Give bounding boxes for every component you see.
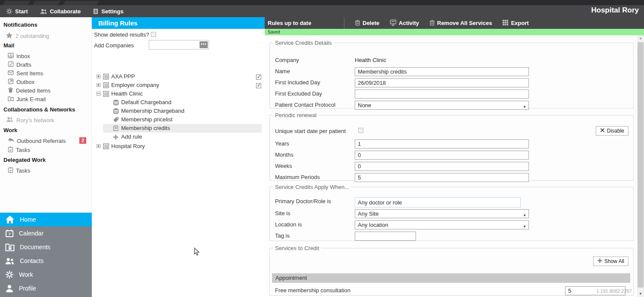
- scroll-up-arrow-icon[interactable]: ▲: [637, 35, 644, 41]
- company-icon: [103, 82, 109, 90]
- tree-row-employer-company[interactable]: Employer company: [92, 81, 265, 90]
- outbox-icon: [8, 78, 14, 86]
- export-label: Export: [511, 20, 528, 26]
- sidebar-item-outbound-referrals[interactable]: Outbound Referrals: [8, 137, 66, 144]
- sidebar-item-junk-email[interactable]: Junk E-mail: [8, 96, 46, 103]
- add-companies-label: Add Companies: [94, 42, 134, 49]
- apply-when-section: Service Credits Apply When... Primary Do…: [269, 184, 634, 241]
- first-excluded-day-input[interactable]: [355, 90, 529, 99]
- expand-icon[interactable]: [97, 74, 100, 78]
- sidebar-item-sent-items[interactable]: Sent Items: [8, 70, 43, 77]
- nav-item-profile[interactable]: Profile: [0, 282, 92, 295]
- application-window: Start Collaborate Settings Hospital Rory: [0, 0, 644, 297]
- site-select[interactable]: Any Site: [355, 209, 529, 218]
- years-input[interactable]: [355, 139, 529, 148]
- years-label: Years: [275, 140, 289, 147]
- show-deleted-checkbox[interactable]: [151, 32, 156, 37]
- home-icon: [5, 215, 15, 224]
- sidebar-item-work-tasks[interactable]: Tasks: [8, 146, 30, 154]
- selected-option: None: [358, 102, 371, 108]
- settings-button[interactable]: Settings: [87, 5, 129, 17]
- nav-item-calendar[interactable]: 7 Calendar: [0, 226, 92, 240]
- tree-row-hospital-rory[interactable]: Hospital Rory: [92, 142, 265, 151]
- location-is-label: Location is: [275, 221, 302, 228]
- tree-node-label: Add rule: [121, 133, 142, 140]
- nav-item-label: Contacts: [20, 257, 44, 264]
- network-people-icon: [6, 116, 14, 124]
- sidebar-item-outstanding[interactable]: 2 outstanding: [6, 32, 49, 40]
- profile-person-icon: [5, 284, 14, 293]
- collaborate-label: Collaborate: [50, 8, 81, 15]
- delegated-work-header: Delegated Work: [3, 157, 46, 163]
- first-included-day-input[interactable]: [355, 78, 529, 87]
- sidebar-item-drafts[interactable]: Drafts: [8, 61, 31, 68]
- sidebar-item-delegated-tasks[interactable]: Tasks: [8, 167, 30, 174]
- company-checkbox[interactable]: [256, 83, 261, 88]
- gear-icon: [6, 8, 13, 15]
- primary-doctor-role-label: Primary Doctor/Role is: [275, 198, 331, 204]
- tag-input[interactable]: [355, 232, 416, 241]
- scrollbar-thumb[interactable]: [638, 42, 644, 288]
- tag-is-label: Tag is: [275, 232, 290, 239]
- chrome-tab[interactable]: [3, 1, 30, 5]
- chrome-tab[interactable]: [63, 1, 99, 5]
- company-checkbox[interactable]: [256, 74, 261, 80]
- name-input[interactable]: [355, 67, 529, 76]
- remove-all-services-button[interactable]: Remove All Services: [424, 17, 497, 29]
- export-button[interactable]: Export: [497, 17, 534, 29]
- collapse-icon[interactable]: [97, 92, 100, 96]
- disable-button[interactable]: Disable: [596, 126, 628, 136]
- nav-item-label: Calendar: [19, 230, 44, 237]
- months-input[interactable]: [355, 151, 529, 160]
- add-companies-input[interactable]: •••: [149, 40, 209, 50]
- nav-item-label: Work: [19, 271, 33, 278]
- primary-doctor-role-input[interactable]: [355, 197, 521, 207]
- location-select[interactable]: Any location: [355, 220, 529, 229]
- patient-contact-protocol-select[interactable]: None: [355, 101, 529, 110]
- scroll-down-arrow-icon[interactable]: ▼: [637, 291, 644, 297]
- expand-icon[interactable]: [97, 144, 100, 148]
- weeks-input[interactable]: [355, 162, 529, 171]
- section-legend: Services to Credit: [273, 245, 321, 251]
- collaborate-button[interactable]: Collaborate: [34, 5, 87, 17]
- expand-icon[interactable]: [97, 83, 100, 87]
- site-is-label: Site is: [275, 210, 290, 217]
- tree-row-membership-credits[interactable]: Membership credits: [92, 124, 265, 133]
- tree-row-membership-pricelist[interactable]: Membership pricelist: [92, 115, 265, 124]
- tree-row-axa-ppp[interactable]: AXA PPP: [92, 72, 265, 81]
- start-button[interactable]: Start: [0, 5, 34, 17]
- nav-item-contacts[interactable]: Contacts: [0, 254, 92, 268]
- show-all-button[interactable]: Show All: [593, 257, 628, 266]
- section-legend: Service Credits Apply When...: [273, 184, 351, 190]
- documents-folder-icon: [5, 243, 15, 251]
- sidebar-item-label: Inbox: [16, 53, 30, 59]
- sidebar-item-inbox[interactable]: Inbox: [8, 53, 30, 60]
- tree-row-membership-chargeband[interactable]: Membership Chargeband: [92, 107, 265, 115]
- trash-icon: [355, 19, 360, 27]
- ellipsis-button[interactable]: •••: [200, 41, 208, 48]
- nav-item-work[interactable]: Work: [0, 268, 92, 282]
- service-credits-details-section: Service Credits Details Company Health C…: [269, 40, 634, 108]
- page-title: Hospital Rory: [591, 6, 639, 15]
- tree-row-add-rule[interactable]: Add rule: [92, 133, 265, 141]
- nav-item-home[interactable]: Home: [0, 213, 92, 226]
- sidebar-item-rorys-network[interactable]: Rory's Network: [6, 116, 54, 124]
- remove-all-services-label: Remove All Services: [437, 20, 492, 26]
- nav-item-documents[interactable]: Documents: [0, 240, 92, 254]
- vertical-scrollbar[interactable]: ▲ ▼: [637, 35, 644, 297]
- notifications-header: Notifications: [3, 22, 38, 28]
- tree-row-default-chargeband[interactable]: Default Chargeband: [92, 98, 265, 107]
- inbox-icon: [8, 53, 14, 60]
- tree-row-health-clinic[interactable]: Health Clinic: [92, 90, 265, 98]
- sidebar-item-deleted-items[interactable]: Deleted Items: [8, 87, 50, 94]
- tasks-clipboard-icon: [8, 167, 13, 174]
- maximum-periods-input[interactable]: [355, 173, 529, 182]
- unique-start-date-checkbox[interactable]: [358, 128, 363, 133]
- chrome-tab[interactable]: [33, 1, 60, 5]
- activity-button[interactable]: Activity: [385, 17, 424, 29]
- delete-button[interactable]: Delete: [350, 17, 385, 29]
- sidebar-item-outbox[interactable]: Outbox: [8, 78, 34, 86]
- settings-doc-icon: [93, 8, 99, 15]
- sidebar-item-label: Deleted Items: [16, 87, 50, 94]
- section-legend: Service Credits Details: [273, 40, 334, 46]
